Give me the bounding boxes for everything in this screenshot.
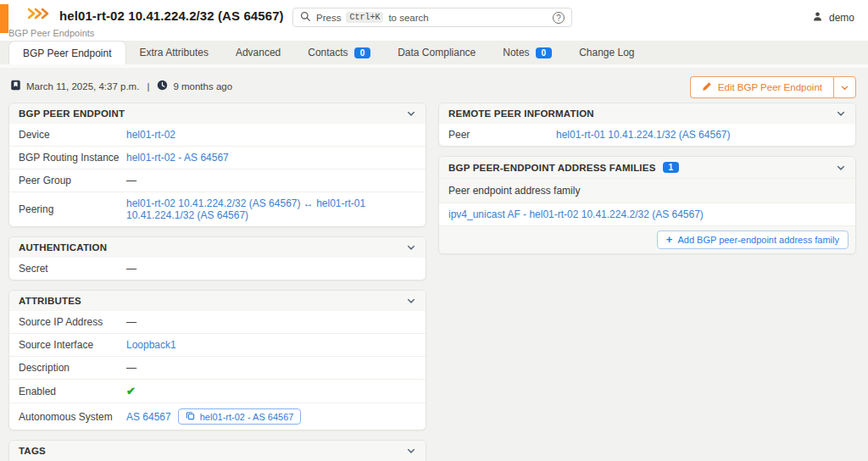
address-families-footer: + Add BGP peer-endpoint address family	[439, 225, 855, 253]
empty-value: —	[126, 175, 136, 186]
field-row-bgp-routing-instance: BGP Routing Instance hel01-rt-02 - AS 64…	[9, 146, 426, 169]
tab-change-log[interactable]: Change Log	[565, 41, 648, 64]
user-menu[interactable]: demo	[812, 11, 854, 25]
remote-peer-link[interactable]: hel01-rt-01 10.41.224.1/32 (AS 64567)	[556, 129, 730, 141]
search-help-icon[interactable]: ?	[553, 12, 565, 24]
panel-address-families-header: BGP PEER-ENDPOINT ADDRESS FAMILIES 1	[439, 157, 855, 178]
address-families-count-badge: 1	[663, 162, 680, 173]
search-icon	[300, 11, 311, 24]
plus-icon: +	[666, 236, 673, 244]
field-row-peer-group: Peer Group —	[9, 169, 426, 192]
panel-bgp-peer-endpoint: BGP PEER ENDPOINT Device hel01-rt-02 BGP…	[8, 103, 426, 227]
panel-authentication: AUTHENTICATION Secret —	[8, 236, 426, 280]
panel-attributes-header: ATTRIBUTES	[9, 291, 426, 311]
device-link[interactable]: hel01-rt-02	[126, 129, 175, 141]
field-row-enabled: Enabled ✔	[9, 379, 426, 403]
nautobot-logo[interactable]	[0, 4, 8, 33]
edit-bgp-peer-endpoint-button[interactable]: Edit BGP Peer Endpoint	[690, 76, 833, 98]
search-input[interactable]: Press Ctrl+K to search ?	[292, 8, 572, 27]
panel-remote-peer-header: REMOTE PEER INFORMATION	[439, 103, 855, 124]
bgp-routing-instance-link[interactable]: hel01-rt-02 - AS 64567	[126, 152, 229, 164]
peering-link[interactable]: hel01-rt-02 10.41.224.2/32 (AS 64567) ↔ …	[126, 197, 416, 221]
search-shortcut-kbd: Ctrl+K	[346, 12, 383, 23]
chevron-down-icon[interactable]	[406, 446, 416, 456]
clock-icon	[157, 80, 168, 92]
address-family-column-header: Peer endpoint address family	[439, 178, 855, 203]
search-placeholder-prefix: Press	[316, 13, 341, 23]
tab-bar: BGP Peer Endpoint Extra Attributes Advan…	[0, 41, 868, 64]
add-address-family-button[interactable]: + Add BGP peer-endpoint address family	[657, 230, 849, 249]
panel-tags-header: TAGS	[9, 441, 426, 461]
panel-attributes: ATTRIBUTES Source IP Address — Source In…	[8, 290, 426, 430]
notes-count-badge: 0	[536, 47, 553, 58]
source-interface-link[interactable]: Loopback1	[126, 339, 176, 351]
user-icon	[812, 11, 823, 25]
breadcrumb[interactable]: BGP Peer Endpoints	[8, 28, 94, 38]
field-row-description: Description —	[9, 356, 426, 379]
field-row-source-ip: Source IP Address —	[9, 311, 426, 333]
copy-icon	[186, 411, 195, 422]
username: demo	[829, 12, 854, 24]
panel-remote-peer-information: REMOTE PEER INFORMATION Peer hel01-rt-01…	[438, 103, 856, 147]
app-header: hel01-rt-02 10.41.224.2/32 (AS 64567) BG…	[0, 0, 868, 41]
tab-advanced[interactable]: Advanced	[222, 41, 294, 64]
right-column: REMOTE PEER INFORMATION Peer hel01-rt-01…	[438, 103, 856, 254]
enabled-check-icon: ✔	[126, 385, 136, 397]
tab-notes[interactable]: Notes 0	[489, 41, 565, 64]
created-date: March 11, 2025, 4:37 p.m.	[26, 81, 139, 92]
main-content: March 11, 2025, 4:37 p.m. | 9 months ago…	[0, 68, 868, 461]
relative-age: 9 months ago	[173, 81, 232, 92]
page-title: hel01-rt-02 10.41.224.2/32 (AS 64567)	[59, 8, 284, 23]
field-row-source-interface: Source Interface Loopback1	[9, 333, 426, 356]
chevron-down-icon[interactable]	[836, 163, 846, 173]
panel-tags: TAGS No tags assigned	[8, 440, 426, 461]
panel-address-families: BGP PEER-ENDPOINT ADDRESS FAMILIES 1 Pee…	[438, 156, 856, 254]
empty-value: —	[126, 263, 136, 275]
empty-value: —	[126, 316, 136, 328]
edit-button-group: Edit BGP Peer Endpoint	[690, 76, 856, 98]
routing-instance-badge[interactable]: hel01-rt-02 - AS 64567	[178, 408, 302, 425]
tab-data-compliance[interactable]: Data Compliance	[384, 41, 489, 64]
edit-dropdown-toggle[interactable]	[833, 76, 856, 98]
tab-extra-attributes[interactable]: Extra Attributes	[126, 41, 222, 64]
panel-bgp-peer-endpoint-header: BGP PEER ENDPOINT	[9, 103, 426, 124]
field-row-device: Device hel01-rt-02	[9, 124, 426, 146]
autonomous-system-link[interactable]: AS 64567	[126, 411, 171, 423]
search-placeholder-suffix: to search	[388, 13, 428, 23]
left-column: BGP PEER ENDPOINT Device hel01-rt-02 BGP…	[8, 103, 426, 461]
chevron-down-icon[interactable]	[406, 242, 416, 253]
field-row-secret: Secret —	[9, 258, 426, 280]
breadcrumb-chevrons-icon	[28, 8, 50, 23]
field-row-autonomous-system: Autonomous System AS 64567 hel01-rt-02 -…	[9, 403, 426, 430]
address-family-row: ipv4_unicast AF - hel01-rt-02 10.41.224.…	[439, 203, 855, 225]
meta-separator: |	[147, 81, 149, 92]
chevron-down-icon[interactable]	[836, 108, 846, 119]
tab-contacts[interactable]: Contacts 0	[294, 41, 384, 64]
chevron-down-icon[interactable]	[406, 296, 416, 306]
version-bookmark-icon	[10, 80, 21, 92]
chevron-down-icon[interactable]	[406, 108, 416, 119]
empty-value: —	[126, 362, 136, 374]
contacts-count-badge: 0	[354, 47, 371, 58]
address-family-link[interactable]: ipv4_unicast AF - hel01-rt-02 10.41.224.…	[448, 208, 704, 220]
field-row-peer: Peer hel01-rt-01 10.41.224.1/32 (AS 6456…	[439, 124, 855, 146]
pencil-icon	[702, 81, 712, 93]
panel-authentication-header: AUTHENTICATION	[9, 237, 426, 258]
tab-bgp-peer-endpoint[interactable]: BGP Peer Endpoint	[8, 41, 126, 64]
field-row-peering: Peering hel01-rt-02 10.41.224.2/32 (AS 6…	[9, 192, 426, 226]
